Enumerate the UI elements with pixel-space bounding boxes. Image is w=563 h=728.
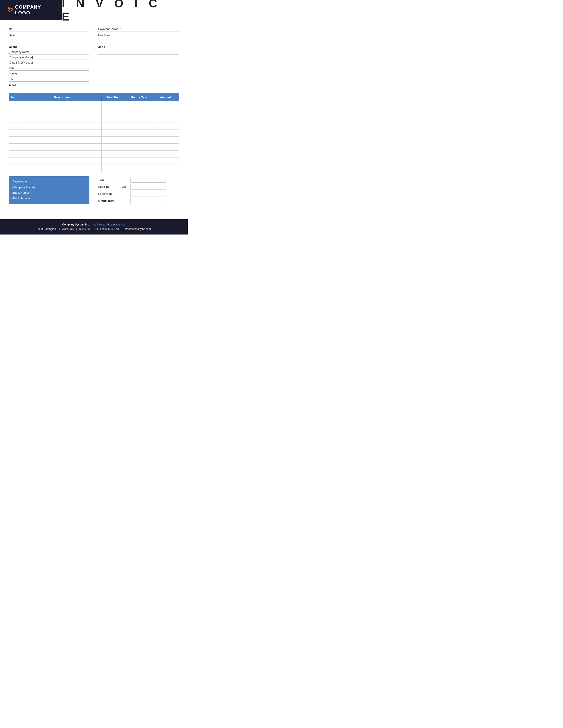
- cell-rate: [126, 122, 152, 129]
- cell-hours: [102, 137, 126, 144]
- cell-desc: [22, 151, 102, 158]
- federal-tax-label: Federal Tax: [98, 192, 120, 195]
- svg-point-1: [8, 7, 10, 9]
- cell-hours: [102, 158, 126, 165]
- client-company-name: [Company Name]: [9, 50, 89, 54]
- cell-no: [9, 151, 22, 158]
- cell-desc: [22, 137, 102, 144]
- cell-hours: [102, 122, 126, 129]
- cell-hours: [102, 101, 126, 108]
- table-header-row: No Description Total Hour Hourly Rate Am…: [9, 93, 179, 101]
- cell-hours: [102, 129, 126, 137]
- cell-amount: [152, 122, 179, 129]
- client-section: Client : [Company Name] [Company Address…: [9, 45, 89, 88]
- cell-rate: [126, 165, 152, 172]
- job-line-3: [98, 62, 179, 67]
- col-hourly-rate: Hourly Rate: [126, 93, 152, 101]
- phone-label: Phone: [9, 72, 21, 75]
- cell-no: [9, 165, 22, 172]
- cell-desc: [22, 144, 102, 151]
- cell-amount: [152, 137, 179, 144]
- table-row: [9, 165, 179, 172]
- cell-desc: [22, 101, 102, 108]
- cell-rate: [126, 158, 152, 165]
- due-date-field-row: Due Date :: [98, 33, 179, 38]
- cell-no: [9, 115, 22, 122]
- invoice-table: No Description Total Hour Hourly Rate Am…: [9, 93, 179, 172]
- federal-tax-row: Federal Tax: [98, 191, 179, 197]
- payment-bank-name: [Bank Name]: [12, 190, 86, 196]
- col-amount: Amount: [152, 93, 179, 101]
- cell-rate: [126, 108, 152, 115]
- invoice-title: I N V O I C E: [62, 0, 179, 23]
- payment-terms-field-row: Payment Terms :: [98, 26, 179, 32]
- cell-desc: [22, 122, 102, 129]
- footer-line2: 8030 Harrington Rd, Miami, USA | Ph 555-…: [4, 227, 183, 231]
- totals-box: Total State Tax 3% Federal Tax Grand Tot…: [98, 176, 179, 204]
- table-row: [9, 101, 179, 108]
- cell-amount: [152, 115, 179, 122]
- attn-colon: :: [23, 66, 24, 70]
- date-colon: :: [30, 34, 31, 37]
- cell-no: [9, 122, 22, 129]
- payment-terms-colon: :: [120, 27, 121, 31]
- grand-total-label: Grand Total: [98, 199, 120, 203]
- cell-amount: [152, 151, 179, 158]
- cell-rate: [126, 151, 152, 158]
- cell-no: [9, 144, 22, 151]
- table-body: [9, 101, 179, 172]
- cell-hours: [102, 151, 126, 158]
- cell-rate: [126, 129, 152, 137]
- payment-bank-account: [Bank Account]: [12, 196, 86, 201]
- logo-icon: [4, 6, 13, 14]
- table-row: [9, 158, 179, 165]
- grand-total-row: Grand Total: [98, 198, 179, 204]
- cell-no: [9, 101, 22, 108]
- grand-total-value: [130, 198, 166, 204]
- top-fields: No : Payment Terms : Date : Due Date :: [9, 26, 179, 40]
- cell-rate: [126, 144, 152, 151]
- client-city: [City, ST, ZIP Code]: [9, 60, 89, 65]
- logo-text: COMPANY LOGO: [15, 4, 57, 16]
- date-field-row: Date :: [9, 33, 89, 38]
- cell-no: [9, 129, 22, 137]
- table-row: [9, 122, 179, 129]
- cell-hours: [102, 144, 126, 151]
- payment-terms-label: Payment Terms: [98, 27, 118, 31]
- footer-website-link[interactable]: http://freewordtemplates.net/: [92, 223, 125, 226]
- total-row: Total: [98, 177, 179, 183]
- col-description: Description: [22, 93, 102, 101]
- cell-desc: [22, 158, 102, 165]
- client-header: Client :: [9, 45, 89, 49]
- cell-amount: [152, 101, 179, 108]
- main-content: No : Payment Terms : Date : Due Date : C…: [0, 20, 188, 215]
- job-section: Job :: [98, 45, 179, 88]
- due-date-colon: :: [120, 34, 121, 37]
- cell-hours: [102, 165, 126, 172]
- page-header: COMPANY LOGO I N V O I C E: [0, 0, 188, 20]
- email-label: Email: [9, 83, 21, 86]
- col-total-hour: Total Hour: [102, 93, 126, 101]
- footer-company: Company System Inc.: [62, 223, 90, 226]
- email-colon: :: [23, 83, 24, 86]
- cell-amount: [152, 165, 179, 172]
- job-header: Job :: [98, 45, 179, 49]
- job-line-4: [98, 68, 179, 73]
- state-tax-pct: 3%: [122, 185, 129, 188]
- cell-no: [9, 137, 22, 144]
- job-line-2: [98, 56, 179, 61]
- cell-amount: [152, 129, 179, 137]
- state-tax-value: [130, 184, 166, 190]
- footer-line1: Company System Inc. | http://freewordtem…: [4, 222, 183, 227]
- no-colon: :: [30, 27, 31, 31]
- client-email-row: Email :: [9, 82, 89, 87]
- no-field-row: No :: [9, 26, 89, 32]
- cell-desc: [22, 165, 102, 172]
- fax-label: Fax: [9, 78, 21, 81]
- job-line-1: [98, 50, 179, 55]
- cell-rate: [126, 137, 152, 144]
- col-no: No: [9, 93, 22, 101]
- table-row: [9, 115, 179, 122]
- cell-rate: [126, 115, 152, 122]
- phone-colon: :: [23, 72, 24, 75]
